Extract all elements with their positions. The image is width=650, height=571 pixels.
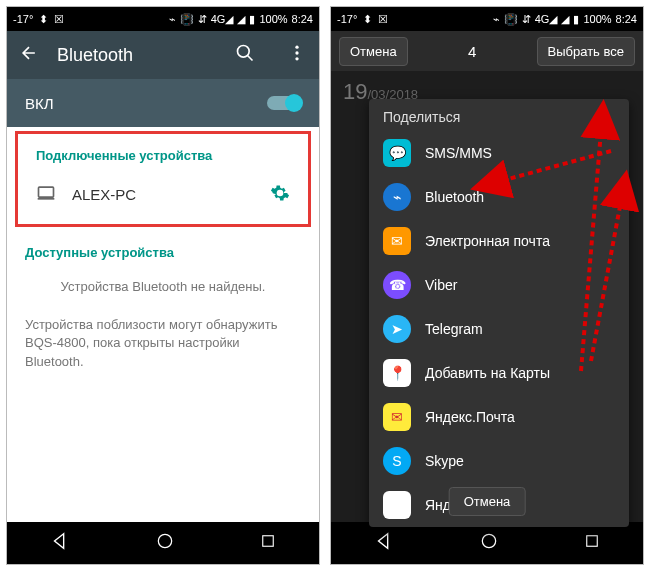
svg-point-0 — [238, 45, 250, 57]
signal-icon: ◢ — [561, 13, 569, 26]
more-menu-icon[interactable] — [287, 43, 307, 68]
share-label: Яндекс.Почта — [425, 409, 515, 425]
skype-icon: S — [383, 447, 411, 475]
bluetooth-icon: ⌁ — [169, 13, 176, 26]
yandex-disk-icon: ◐ — [383, 491, 411, 519]
svg-point-10 — [482, 534, 495, 547]
discovery-hint: Устройства поблизости могут обнаружить B… — [7, 306, 319, 381]
share-item-yandex-mail[interactable]: ✉ Яндекс.Почта — [369, 395, 629, 439]
share-item-bluetooth[interactable]: ⌁ Bluetooth — [369, 175, 629, 219]
share-title: Поделиться — [369, 99, 629, 131]
back-button[interactable] — [373, 530, 395, 556]
page-title: Bluetooth — [57, 45, 133, 66]
vibrate-icon: 📳 — [504, 13, 518, 26]
notification-icon: ⬍ — [363, 13, 372, 26]
recent-apps-button[interactable] — [259, 532, 277, 554]
recent-apps-button[interactable] — [583, 532, 601, 554]
highlighted-section: Подключенные устройства ALEX-PC — [15, 131, 311, 227]
maps-icon: 📍 — [383, 359, 411, 387]
home-button[interactable] — [479, 531, 499, 555]
share-item-maps[interactable]: 📍 Добавить на Карты — [369, 351, 629, 395]
svg-point-1 — [295, 45, 298, 48]
svg-point-2 — [295, 51, 298, 54]
share-label: Viber — [425, 277, 457, 293]
battery-icon: ▮ — [573, 13, 579, 26]
bluetooth-icon: ⌁ — [493, 13, 500, 26]
system-nav-bar — [7, 522, 319, 564]
notification-icon-2: ☒ — [378, 13, 388, 26]
left-phone: -17° ⬍ ☒ ⌁ 📳 ⇵ 4G◢ ◢ ▮ 100% 8:24 Bluetoo… — [6, 6, 320, 565]
signal-4g-icon: 4G◢ — [535, 13, 558, 26]
share-item-email[interactable]: ✉ Электронная почта — [369, 219, 629, 263]
bottom-cancel-button[interactable]: Отмена — [449, 487, 526, 516]
signal-icon: ◢ — [237, 13, 245, 26]
temperature: -17° — [337, 13, 357, 25]
battery-percentage: 100% — [583, 13, 611, 25]
date-day: 19 — [343, 79, 367, 104]
share-label: SMS/MMS — [425, 145, 492, 161]
back-button[interactable] — [49, 530, 71, 556]
data-icon: ⇵ — [522, 13, 531, 26]
status-bar: -17° ⬍ ☒ ⌁ 📳 ⇵ 4G◢ ◢ ▮ 100% 8:24 — [7, 7, 319, 31]
cancel-button[interactable]: Отмена — [339, 37, 408, 66]
share-label: Bluetooth — [425, 189, 484, 205]
device-settings-icon[interactable] — [270, 183, 290, 206]
available-devices-title: Доступные устройства — [7, 231, 319, 268]
share-area: 19/03/2018 Поделиться 💬 SMS/MMS ⌁ Blueto… — [331, 71, 643, 522]
clock: 8:24 — [292, 13, 313, 25]
share-item-skype[interactable]: S Skype — [369, 439, 629, 483]
sms-icon: 💬 — [383, 139, 411, 167]
viber-icon: ☎ — [383, 271, 411, 299]
bluetooth-icon: ⌁ — [383, 183, 411, 211]
search-icon[interactable] — [235, 43, 255, 68]
telegram-icon: ➤ — [383, 315, 411, 343]
app-header: Bluetooth — [7, 31, 319, 79]
signal-4g-icon: 4G◢ — [211, 13, 234, 26]
share-item-sms[interactable]: 💬 SMS/MMS — [369, 131, 629, 175]
svg-point-5 — [158, 534, 171, 547]
connected-devices-title: Подключенные устройства — [18, 134, 308, 171]
share-label: Skype — [425, 453, 464, 469]
vibrate-icon: 📳 — [180, 13, 194, 26]
notification-icon-2: ☒ — [54, 13, 64, 26]
data-icon: ⇵ — [198, 13, 207, 26]
system-nav-bar — [331, 522, 643, 564]
battery-icon: ▮ — [249, 13, 255, 26]
home-button[interactable] — [155, 531, 175, 555]
share-panel: Поделиться 💬 SMS/MMS ⌁ Bluetooth ✉ Элект… — [369, 99, 629, 527]
right-phone: -17° ⬍ ☒ ⌁ 📳 ⇵ 4G◢ ◢ ▮ 100% 8:24 Отмена … — [330, 6, 644, 565]
svg-rect-6 — [263, 536, 274, 547]
selection-topbar: Отмена 4 Выбрать все — [331, 31, 643, 71]
share-label: Добавить на Карты — [425, 365, 550, 381]
no-devices-text: Устройства Bluetooth не найдены. — [7, 268, 319, 306]
share-label: Электронная почта — [425, 233, 550, 249]
clock: 8:24 — [616, 13, 637, 25]
toggle-label: ВКЛ — [25, 95, 54, 112]
svg-rect-4 — [39, 187, 54, 197]
share-item-telegram[interactable]: ➤ Telegram — [369, 307, 629, 351]
share-label: Telegram — [425, 321, 483, 337]
bluetooth-switch[interactable] — [267, 96, 301, 110]
back-arrow-icon[interactable] — [19, 43, 39, 68]
svg-point-3 — [295, 57, 298, 60]
yandex-mail-icon: ✉ — [383, 403, 411, 431]
status-bar: -17° ⬍ ☒ ⌁ 📳 ⇵ 4G◢ ◢ ▮ 100% 8:24 — [331, 7, 643, 31]
temperature: -17° — [13, 13, 33, 25]
bluetooth-toggle-row[interactable]: ВКЛ — [7, 79, 319, 127]
device-name: ALEX-PC — [72, 186, 136, 203]
svg-rect-11 — [587, 536, 598, 547]
select-all-button[interactable]: Выбрать все — [537, 37, 635, 66]
laptop-icon — [36, 183, 56, 206]
email-icon: ✉ — [383, 227, 411, 255]
notification-icon: ⬍ — [39, 13, 48, 26]
share-item-viber[interactable]: ☎ Viber — [369, 263, 629, 307]
device-row[interactable]: ALEX-PC — [18, 171, 308, 218]
selection-count: 4 — [416, 43, 529, 60]
battery-percentage: 100% — [259, 13, 287, 25]
